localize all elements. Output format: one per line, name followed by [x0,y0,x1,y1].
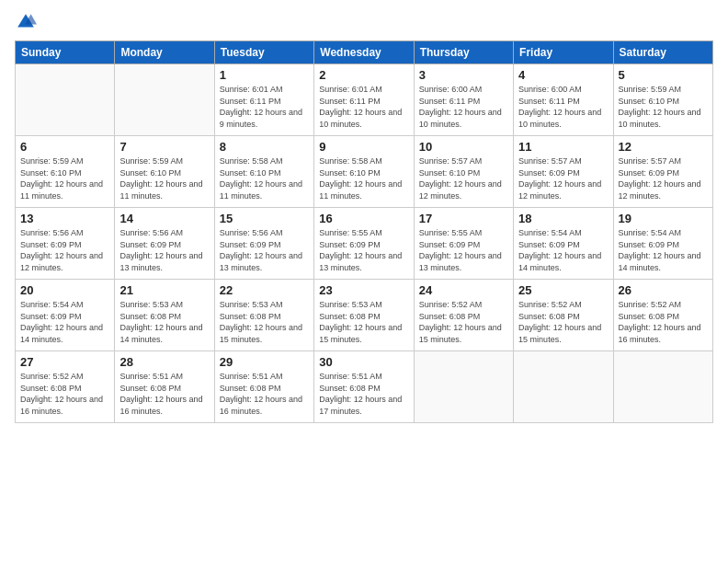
day-info: Sunrise: 6:01 AM Sunset: 6:11 PM Dayligh… [220,84,309,130]
calendar-cell [514,351,613,423]
calendar-cell [613,351,712,423]
calendar-cell: 28Sunrise: 5:51 AM Sunset: 6:08 PM Dayli… [115,351,214,423]
day-number: 14 [119,212,209,225]
header-row: SundayMondayTuesdayWednesdayThursdayFrid… [16,41,713,64]
column-header-monday: Monday [115,41,214,64]
day-info: Sunrise: 5:53 AM Sunset: 6:08 PM Dayligh… [220,299,309,345]
logo-icon [15,11,37,33]
calendar-cell: 24Sunrise: 5:52 AM Sunset: 6:08 PM Dayli… [414,280,513,351]
calendar-cell: 22Sunrise: 5:53 AM Sunset: 6:08 PM Dayli… [214,280,313,351]
day-number: 1 [220,68,309,82]
calendar-cell: 8Sunrise: 5:58 AM Sunset: 6:10 PM Daylig… [214,136,313,208]
day-info: Sunrise: 6:00 AM Sunset: 6:11 PM Dayligh… [518,84,608,130]
day-info: Sunrise: 5:56 AM Sunset: 6:09 PM Dayligh… [20,227,109,273]
day-info: Sunrise: 5:59 AM Sunset: 6:10 PM Dayligh… [619,84,708,130]
day-number: 5 [619,68,708,82]
logo [15,11,40,33]
calendar-cell: 7Sunrise: 5:59 AM Sunset: 6:10 PM Daylig… [115,136,214,208]
day-number: 26 [619,283,708,297]
day-info: Sunrise: 5:51 AM Sunset: 6:08 PM Dayligh… [119,371,209,417]
day-info: Sunrise: 5:56 AM Sunset: 6:09 PM Dayligh… [220,227,309,273]
day-number: 16 [319,212,408,225]
calendar-cell: 21Sunrise: 5:53 AM Sunset: 6:08 PM Dayli… [115,280,214,351]
calendar-cell: 13Sunrise: 5:56 AM Sunset: 6:09 PM Dayli… [16,208,115,280]
column-header-sunday: Sunday [16,41,115,64]
calendar-cell: 30Sunrise: 5:51 AM Sunset: 6:08 PM Dayli… [314,351,414,423]
week-row-5: 27Sunrise: 5:52 AM Sunset: 6:08 PM Dayli… [16,351,713,423]
day-info: Sunrise: 6:00 AM Sunset: 6:11 PM Dayligh… [419,84,508,130]
day-number: 15 [220,212,309,225]
day-info: Sunrise: 5:53 AM Sunset: 6:08 PM Dayligh… [319,299,408,345]
day-info: Sunrise: 5:57 AM Sunset: 6:10 PM Dayligh… [419,155,508,201]
week-row-1: 1Sunrise: 6:01 AM Sunset: 6:11 PM Daylig… [16,64,713,136]
day-number: 9 [319,140,408,154]
day-info: Sunrise: 5:57 AM Sunset: 6:09 PM Dayligh… [518,155,608,201]
day-number: 17 [419,212,508,225]
day-number: 28 [119,355,209,369]
day-number: 7 [119,140,209,154]
day-number: 4 [518,68,608,82]
calendar-cell: 25Sunrise: 5:52 AM Sunset: 6:08 PM Dayli… [514,280,613,351]
day-number: 25 [518,283,608,297]
day-info: Sunrise: 5:54 AM Sunset: 6:09 PM Dayligh… [518,227,608,273]
day-info: Sunrise: 5:56 AM Sunset: 6:09 PM Dayligh… [119,227,209,273]
calendar-cell: 23Sunrise: 5:53 AM Sunset: 6:08 PM Dayli… [314,280,414,351]
day-info: Sunrise: 5:51 AM Sunset: 6:08 PM Dayligh… [319,371,408,417]
calendar-cell [414,351,513,423]
day-info: Sunrise: 5:52 AM Sunset: 6:08 PM Dayligh… [419,299,508,345]
calendar-cell: 6Sunrise: 5:59 AM Sunset: 6:10 PM Daylig… [16,136,115,208]
day-number: 24 [419,283,508,297]
day-info: Sunrise: 5:54 AM Sunset: 6:09 PM Dayligh… [619,227,708,273]
day-number: 22 [220,283,309,297]
calendar-cell: 20Sunrise: 5:54 AM Sunset: 6:09 PM Dayli… [16,280,115,351]
day-number: 19 [619,212,708,225]
calendar-cell: 15Sunrise: 5:56 AM Sunset: 6:09 PM Dayli… [214,208,313,280]
calendar: SundayMondayTuesdayWednesdayThursdayFrid… [15,40,713,423]
page: SundayMondayTuesdayWednesdayThursdayFrid… [0,0,728,563]
day-number: 13 [20,212,109,225]
day-info: Sunrise: 5:51 AM Sunset: 6:08 PM Dayligh… [220,371,309,417]
calendar-cell [115,64,214,136]
calendar-cell: 1Sunrise: 6:01 AM Sunset: 6:11 PM Daylig… [214,64,313,136]
week-row-2: 6Sunrise: 5:59 AM Sunset: 6:10 PM Daylig… [16,136,713,208]
day-info: Sunrise: 5:57 AM Sunset: 6:09 PM Dayligh… [619,155,708,201]
calendar-cell: 27Sunrise: 5:52 AM Sunset: 6:08 PM Dayli… [16,351,115,423]
calendar-cell: 29Sunrise: 5:51 AM Sunset: 6:08 PM Dayli… [214,351,313,423]
header [15,11,713,33]
day-info: Sunrise: 6:01 AM Sunset: 6:11 PM Dayligh… [319,84,408,130]
week-row-4: 20Sunrise: 5:54 AM Sunset: 6:09 PM Dayli… [16,280,713,351]
day-info: Sunrise: 5:59 AM Sunset: 6:10 PM Dayligh… [119,155,209,201]
calendar-cell: 14Sunrise: 5:56 AM Sunset: 6:09 PM Dayli… [115,208,214,280]
day-info: Sunrise: 5:59 AM Sunset: 6:10 PM Dayligh… [20,155,109,201]
day-info: Sunrise: 5:58 AM Sunset: 6:10 PM Dayligh… [220,155,309,201]
day-info: Sunrise: 5:55 AM Sunset: 6:09 PM Dayligh… [319,227,408,273]
calendar-cell: 19Sunrise: 5:54 AM Sunset: 6:09 PM Dayli… [613,208,712,280]
calendar-cell: 3Sunrise: 6:00 AM Sunset: 6:11 PM Daylig… [414,64,513,136]
week-row-3: 13Sunrise: 5:56 AM Sunset: 6:09 PM Dayli… [16,208,713,280]
day-number: 8 [220,140,309,154]
calendar-cell: 10Sunrise: 5:57 AM Sunset: 6:10 PM Dayli… [414,136,513,208]
calendar-cell: 12Sunrise: 5:57 AM Sunset: 6:09 PM Dayli… [613,136,712,208]
day-number: 29 [220,355,309,369]
calendar-cell: 5Sunrise: 5:59 AM Sunset: 6:10 PM Daylig… [613,64,712,136]
day-number: 11 [518,140,608,154]
calendar-cell: 2Sunrise: 6:01 AM Sunset: 6:11 PM Daylig… [314,64,414,136]
calendar-cell: 16Sunrise: 5:55 AM Sunset: 6:09 PM Dayli… [314,208,414,280]
day-number: 6 [20,140,109,154]
day-number: 30 [319,355,408,369]
column-header-thursday: Thursday [414,41,513,64]
day-info: Sunrise: 5:53 AM Sunset: 6:08 PM Dayligh… [119,299,209,345]
day-info: Sunrise: 5:52 AM Sunset: 6:08 PM Dayligh… [619,299,708,345]
day-number: 23 [319,283,408,297]
day-info: Sunrise: 5:52 AM Sunset: 6:08 PM Dayligh… [20,371,109,417]
column-header-friday: Friday [514,41,613,64]
day-info: Sunrise: 5:52 AM Sunset: 6:08 PM Dayligh… [518,299,608,345]
column-header-wednesday: Wednesday [314,41,414,64]
day-info: Sunrise: 5:54 AM Sunset: 6:09 PM Dayligh… [20,299,109,345]
calendar-cell: 18Sunrise: 5:54 AM Sunset: 6:09 PM Dayli… [514,208,613,280]
calendar-cell [16,64,115,136]
column-header-saturday: Saturday [613,41,712,64]
day-number: 18 [518,212,608,225]
calendar-cell: 17Sunrise: 5:55 AM Sunset: 6:09 PM Dayli… [414,208,513,280]
day-number: 12 [619,140,708,154]
